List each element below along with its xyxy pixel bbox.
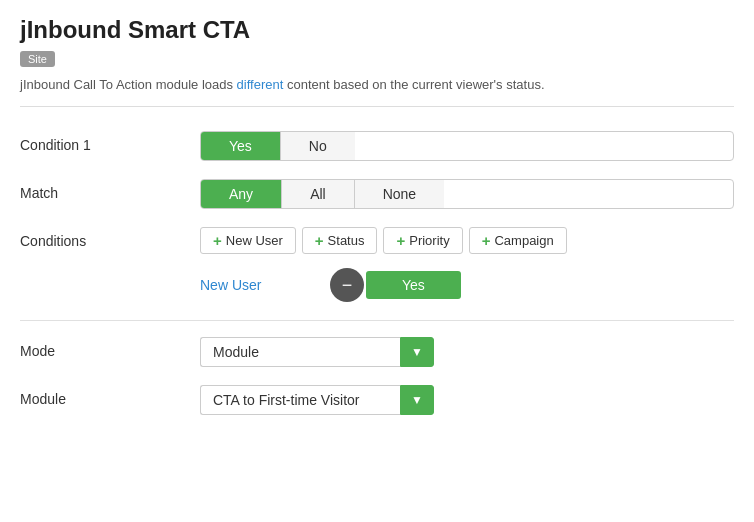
module-label: Module bbox=[20, 385, 200, 407]
condition1-toggle-group: Yes No bbox=[200, 131, 734, 161]
mode-select[interactable]: Module Article Custom bbox=[200, 337, 400, 367]
add-new-user-btn[interactable]: + New User bbox=[200, 227, 296, 254]
match-label: Match bbox=[20, 179, 200, 201]
conditions-row: Conditions + New User + Status + Priorit… bbox=[20, 227, 734, 302]
site-badge: Site bbox=[20, 51, 55, 67]
active-condition-row: New User − Yes bbox=[200, 268, 734, 302]
conditions-label: Conditions bbox=[20, 227, 200, 249]
status-btn-label: Status bbox=[328, 233, 365, 248]
mode-label: Mode bbox=[20, 337, 200, 359]
match-all-btn[interactable]: All bbox=[282, 180, 355, 208]
module-controls: CTA to First-time Visitor ▼ bbox=[200, 385, 734, 415]
condition1-no-btn[interactable]: No bbox=[281, 132, 355, 160]
condition1-label: Condition 1 bbox=[20, 131, 200, 153]
condition1-controls: Yes No bbox=[200, 131, 734, 161]
divider bbox=[20, 320, 734, 321]
module-select[interactable]: CTA to First-time Visitor bbox=[200, 385, 400, 415]
condition1-row: Condition 1 Yes No bbox=[20, 131, 734, 161]
mode-controls: Module Article Custom ▼ bbox=[200, 337, 734, 367]
add-campaign-btn[interactable]: + Campaign bbox=[469, 227, 567, 254]
description-text-1: jInbound Call To Action module loads bbox=[20, 77, 237, 92]
mode-select-arrow: ▼ bbox=[400, 337, 434, 367]
campaign-btn-label: Campaign bbox=[494, 233, 553, 248]
module-select-wrapper: CTA to First-time Visitor ▼ bbox=[200, 385, 734, 415]
module-select-arrow: ▼ bbox=[400, 385, 434, 415]
add-priority-btn[interactable]: + Priority bbox=[383, 227, 462, 254]
mode-row: Mode Module Article Custom ▼ bbox=[20, 337, 734, 367]
plus-icon-new-user: + bbox=[213, 233, 222, 248]
plus-icon-priority: + bbox=[396, 233, 405, 248]
plus-icon-campaign: + bbox=[482, 233, 491, 248]
match-controls: Any All None bbox=[200, 179, 734, 209]
match-none-btn[interactable]: None bbox=[355, 180, 444, 208]
form-section: Condition 1 Yes No Match Any All None Co… bbox=[20, 121, 734, 415]
module-row: Module CTA to First-time Visitor ▼ bbox=[20, 385, 734, 415]
priority-btn-label: Priority bbox=[409, 233, 449, 248]
plus-icon-status: + bbox=[315, 233, 324, 248]
page-title: jInbound Smart CTA bbox=[20, 16, 734, 44]
condition1-yes-btn[interactable]: Yes bbox=[201, 132, 281, 160]
match-any-btn[interactable]: Any bbox=[201, 180, 282, 208]
add-status-btn[interactable]: + Status bbox=[302, 227, 378, 254]
condition-value-yes-btn[interactable]: Yes bbox=[366, 271, 461, 299]
mode-select-wrapper: Module Article Custom ▼ bbox=[200, 337, 734, 367]
description: jInbound Call To Action module loads dif… bbox=[20, 77, 734, 107]
new-user-btn-label: New User bbox=[226, 233, 283, 248]
conditions-controls: + New User + Status + Priority + Campaig… bbox=[200, 227, 734, 302]
description-text-2: content based on the current viewer's st… bbox=[283, 77, 544, 92]
match-toggle-group: Any All None bbox=[200, 179, 734, 209]
active-condition-label: New User bbox=[200, 277, 320, 293]
description-highlight: different bbox=[237, 77, 284, 92]
conditions-buttons-group: + New User + Status + Priority + Campaig… bbox=[200, 227, 734, 254]
remove-condition-btn[interactable]: − bbox=[330, 268, 364, 302]
match-row: Match Any All None bbox=[20, 179, 734, 209]
page-container: jInbound Smart CTA Site jInbound Call To… bbox=[0, 0, 754, 449]
